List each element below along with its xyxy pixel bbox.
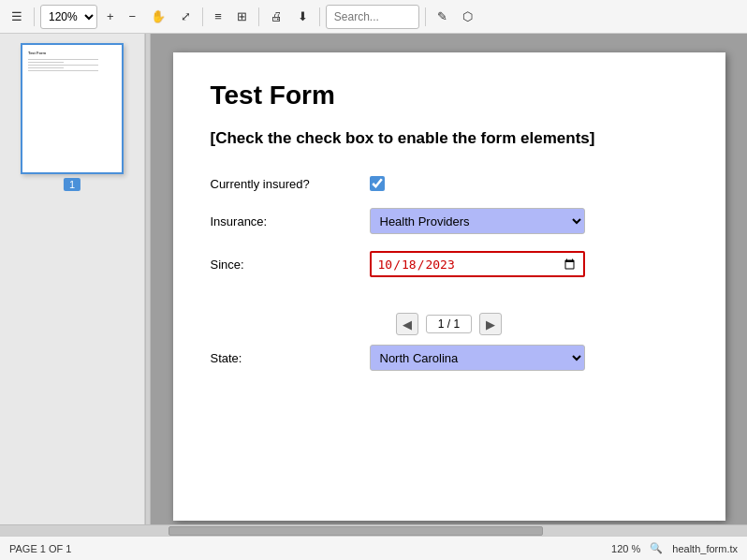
state-row: State: North Carolina South Carolina Vir… bbox=[211, 345, 688, 371]
since-row: Since: bbox=[211, 251, 688, 277]
pagination-bar: ◀ 1 / 1 ▶ bbox=[211, 313, 688, 335]
pdf-page: Test Form [Check the check box to enable… bbox=[173, 52, 725, 521]
thumb-line-3 bbox=[28, 65, 98, 66]
main-area: Test Form 1 Test Form [Check the check b… bbox=[0, 34, 747, 524]
status-right: 120 % 🔍 health_form.tx bbox=[611, 542, 738, 554]
separator-4 bbox=[319, 7, 320, 26]
zoom-in-icon: + bbox=[107, 9, 114, 23]
prev-page-button[interactable]: ◀ bbox=[396, 313, 418, 335]
zoom-in-button[interactable]: + bbox=[101, 5, 120, 29]
zoom-out-icon: − bbox=[129, 9, 137, 23]
prev-page-icon: ◀ bbox=[403, 317, 412, 332]
insurance-label: Insurance: bbox=[211, 214, 370, 228]
separator-2 bbox=[202, 7, 203, 26]
fit-page-icon: ⤢ bbox=[181, 9, 191, 23]
page-info: PAGE 1 OF 1 bbox=[9, 543, 71, 554]
separator-5 bbox=[425, 7, 426, 26]
toolbar: ☰ 120%100%75%150% + − ✋ ⤢ ≡ ⊞ 🖨 ⬇ ✎ ⬡ bbox=[0, 0, 747, 34]
thumb-line-4 bbox=[28, 67, 64, 68]
insured-row: Currently insured? bbox=[211, 176, 688, 191]
form-subtitle: [Check the check box to enable the form … bbox=[211, 129, 688, 148]
grid-view-icon: ⊞ bbox=[237, 9, 247, 23]
download-button[interactable]: ⬇ bbox=[292, 5, 314, 29]
state-select[interactable]: North Carolina South Carolina Virginia G… bbox=[370, 345, 585, 371]
zoom-level: 120 % bbox=[611, 543, 640, 554]
search-input[interactable] bbox=[326, 5, 419, 29]
zoom-select[interactable]: 120%100%75%150% bbox=[40, 5, 97, 29]
sidebar: Test Form 1 bbox=[0, 34, 145, 524]
insured-checkbox[interactable] bbox=[370, 176, 385, 191]
grid-view-button[interactable]: ⊞ bbox=[231, 5, 253, 29]
horizontal-scrollbar[interactable] bbox=[0, 524, 747, 536]
download-icon: ⬇ bbox=[298, 9, 308, 23]
separator-1 bbox=[34, 7, 35, 26]
pan-icon: ✋ bbox=[151, 9, 166, 23]
since-label: Since: bbox=[211, 258, 370, 272]
thumb-title: Test Form bbox=[28, 51, 116, 55]
edit-icon: ✎ bbox=[437, 9, 447, 23]
insurance-select[interactable]: Health Providers Blue Cross Aetna Cigna bbox=[370, 208, 585, 234]
zoom-out-button[interactable]: − bbox=[124, 5, 142, 29]
print-icon: 🖨 bbox=[271, 9, 283, 23]
filename: health_form.tx bbox=[672, 543, 738, 554]
page-thumbnail: Test Form bbox=[21, 43, 124, 174]
thumbnail-container[interactable]: Test Form 1 bbox=[21, 43, 124, 174]
since-date-input[interactable] bbox=[370, 251, 585, 277]
thumb-line-1 bbox=[28, 59, 98, 60]
list-view-icon: ≡ bbox=[214, 9, 222, 23]
list-view-button[interactable]: ≡ bbox=[209, 5, 227, 29]
separator-3 bbox=[258, 7, 259, 26]
sidebar-toggle-icon: ☰ bbox=[11, 9, 22, 23]
print-button[interactable]: 🖨 bbox=[265, 5, 288, 29]
page-indicator: 1 / 1 bbox=[426, 315, 472, 333]
edit-button[interactable]: ✎ bbox=[432, 5, 453, 29]
next-page-icon: ▶ bbox=[486, 317, 495, 332]
pan-button[interactable]: ✋ bbox=[145, 5, 171, 29]
form-title: Test Form bbox=[211, 81, 688, 111]
thumb-line-5 bbox=[28, 70, 98, 71]
insured-label: Currently insured? bbox=[211, 177, 370, 191]
thumbnail-page-number: 1 bbox=[64, 178, 81, 191]
scrollbar-thumb[interactable] bbox=[168, 526, 543, 536]
share-button[interactable]: ⬡ bbox=[457, 5, 478, 29]
insurance-row: Insurance: Health Providers Blue Cross A… bbox=[211, 208, 688, 234]
next-page-button[interactable]: ▶ bbox=[479, 313, 502, 335]
sidebar-toggle-button[interactable]: ☰ bbox=[6, 5, 28, 29]
document-area: Test Form [Check the check box to enable… bbox=[151, 34, 747, 524]
fit-page-button[interactable]: ⤢ bbox=[175, 5, 197, 29]
zoom-indicator-icon: 🔍 bbox=[650, 542, 663, 554]
status-bar: PAGE 1 OF 1 120 % 🔍 health_form.tx bbox=[0, 536, 747, 560]
state-label: State: bbox=[211, 351, 370, 365]
share-icon: ⬡ bbox=[462, 9, 473, 23]
thumb-line-2 bbox=[28, 62, 64, 63]
